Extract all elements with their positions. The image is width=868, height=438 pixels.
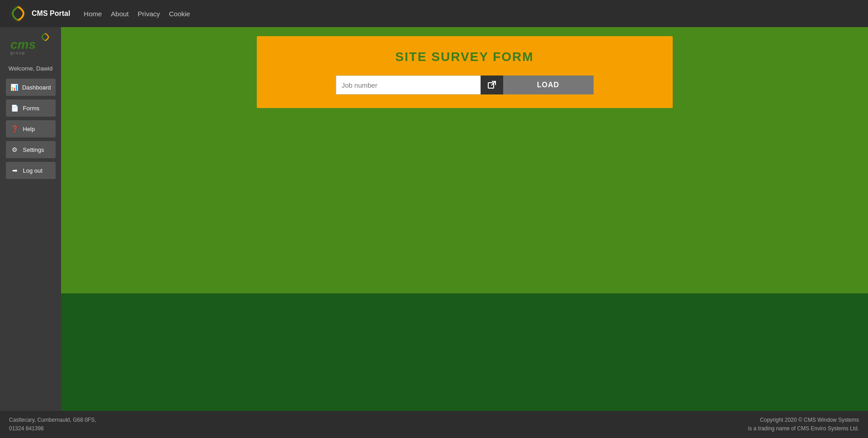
topbar-logo-text: CMS Portal xyxy=(32,9,70,18)
survey-card: SITE SURVEY FORM LOAD xyxy=(257,36,673,108)
dashboard-icon: 📊 xyxy=(10,84,19,91)
nav-privacy[interactable]: Privacy xyxy=(138,10,160,18)
topbar-logo: CMS Portal xyxy=(9,5,70,23)
logout-label: Log out xyxy=(23,167,42,174)
nav-home[interactable]: Home xyxy=(84,10,102,18)
topbar: CMS Portal Home About Privacy Cookie xyxy=(0,0,868,27)
settings-label: Settings xyxy=(23,146,44,153)
topbar-nav: Home About Privacy Cookie xyxy=(84,10,190,18)
dashboard-label: Dashboard xyxy=(22,84,51,91)
job-number-input[interactable] xyxy=(336,75,481,94)
footer-address-line2: 01324 841398 xyxy=(9,424,96,433)
footer-copyright-line1: Copyright 2020 © CMS Window Systems xyxy=(748,416,859,424)
sidebar: cms group Welcome, Dawid 📊 Dashboard 📄 F… xyxy=(0,27,61,411)
footer: Castlecary, Cumbernauld, G68 0FS, 01324 … xyxy=(0,411,868,438)
help-label: Help xyxy=(23,126,35,132)
footer-address-line1: Castlecary, Cumbernauld, G68 0FS, xyxy=(9,416,96,424)
forms-label: Forms xyxy=(23,105,40,112)
footer-copyright: Copyright 2020 © CMS Window Systems is a… xyxy=(748,416,859,433)
logout-icon: ➡ xyxy=(10,167,19,174)
survey-form-row: LOAD xyxy=(275,75,655,94)
lower-content xyxy=(61,293,868,411)
settings-button[interactable]: ⚙ Settings xyxy=(6,141,56,158)
footer-copyright-line2: is a trading name of CMS Enviro Systems … xyxy=(748,424,859,433)
svg-point-3 xyxy=(42,33,49,41)
forms-button[interactable]: 📄 Forms xyxy=(6,99,56,117)
help-button[interactable]: ❓ Help xyxy=(6,120,56,137)
load-icon-button[interactable] xyxy=(481,75,503,94)
svg-text:cms: cms xyxy=(10,38,36,52)
logout-button[interactable]: ➡ Log out xyxy=(6,162,56,179)
nav-cookie[interactable]: Cookie xyxy=(169,10,190,18)
footer-address: Castlecary, Cumbernauld, G68 0FS, 01324 … xyxy=(9,416,96,433)
nav-about[interactable]: About xyxy=(111,10,128,18)
cms-group-logo: cms group xyxy=(8,32,53,57)
main-layout: cms group Welcome, Dawid 📊 Dashboard 📄 F… xyxy=(0,27,868,411)
external-link-icon xyxy=(487,80,496,89)
survey-title: SITE SURVEY FORM xyxy=(275,50,655,64)
upper-content: SITE SURVEY FORM LOAD xyxy=(61,27,868,293)
content-area: SITE SURVEY FORM LOAD xyxy=(61,27,868,411)
sidebar-logo: cms group xyxy=(8,32,53,58)
welcome-message: Welcome, Dawid xyxy=(9,65,52,72)
load-button[interactable]: LOAD xyxy=(503,75,594,94)
settings-icon: ⚙ xyxy=(10,146,19,153)
dashboard-button[interactable]: 📊 Dashboard xyxy=(6,79,56,96)
forms-icon: 📄 xyxy=(10,104,19,112)
svg-text:group: group xyxy=(10,51,25,55)
cms-logo-icon xyxy=(9,5,27,23)
help-icon: ❓ xyxy=(10,125,19,132)
